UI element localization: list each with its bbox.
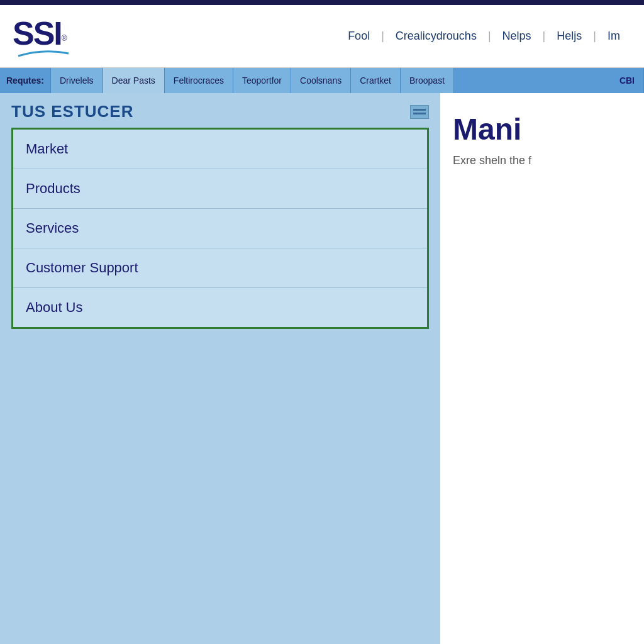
logo-registered: ® xyxy=(62,33,67,42)
menu-item-customer-support[interactable]: Customer Support xyxy=(13,248,427,288)
menu-icon-line2 xyxy=(413,113,426,114)
menu-item-about-us[interactable]: About Us xyxy=(13,288,427,327)
nav-tabs: Requtes: Drivelels Dear Pasts Feltirocra… xyxy=(0,68,644,93)
tab-cbi[interactable]: CBI xyxy=(611,68,644,93)
tab-drivelels[interactable]: Drivelels xyxy=(51,68,103,93)
tab-coolsnans[interactable]: Coolsnans xyxy=(291,68,351,93)
menu-item-services[interactable]: Services xyxy=(13,209,427,248)
menu-list: Market Products Services Customer Suppor… xyxy=(11,128,429,329)
tab-feltiro[interactable]: Feltirocraces xyxy=(165,68,233,93)
nav-item-heljs[interactable]: Heljs xyxy=(545,30,593,43)
menu-icon-line1 xyxy=(413,109,426,111)
right-panel-title: Mani xyxy=(453,112,631,147)
panel-title: TUS ESTUCER xyxy=(11,102,133,121)
tab-teoportfor[interactable]: Teoportfor xyxy=(233,68,291,93)
tab-requtes[interactable]: Requtes: xyxy=(0,68,51,93)
nav-item-im[interactable]: Im xyxy=(596,30,631,43)
menu-item-market[interactable]: Market xyxy=(13,130,427,169)
logo-text: SSI xyxy=(13,15,62,52)
tab-broopast[interactable]: Broopast xyxy=(401,68,454,93)
nav-item-fool[interactable]: Fool xyxy=(336,30,381,43)
panel-menu-icon[interactable] xyxy=(410,105,429,119)
nav-item-nelps[interactable]: Nelps xyxy=(491,30,543,43)
right-panel-subtitle: Exre sheln the f xyxy=(453,154,631,167)
tab-crartket[interactable]: Crartket xyxy=(351,68,401,93)
main-header: SSI® Fool | Crealicydrouchs | Nelps | He… xyxy=(0,5,644,68)
left-panel: TUS ESTUCER Market Products Services Cus… xyxy=(0,93,440,644)
nav-item-crealicy[interactable]: Crealicydrouchs xyxy=(384,30,488,43)
menu-item-products[interactable]: Products xyxy=(13,169,427,209)
top-header-bar xyxy=(0,0,644,5)
tab-dear-pasts[interactable]: Dear Pasts xyxy=(103,68,165,93)
panel-header: TUS ESTUCER xyxy=(0,93,440,128)
right-panel: Mani Exre sheln the f xyxy=(440,93,644,644)
logo-area: SSI® xyxy=(13,14,72,58)
content-area: TUS ESTUCER Market Products Services Cus… xyxy=(0,93,644,644)
header-nav: Fool | Crealicydrouchs | Nelps | Heljs |… xyxy=(336,30,631,43)
